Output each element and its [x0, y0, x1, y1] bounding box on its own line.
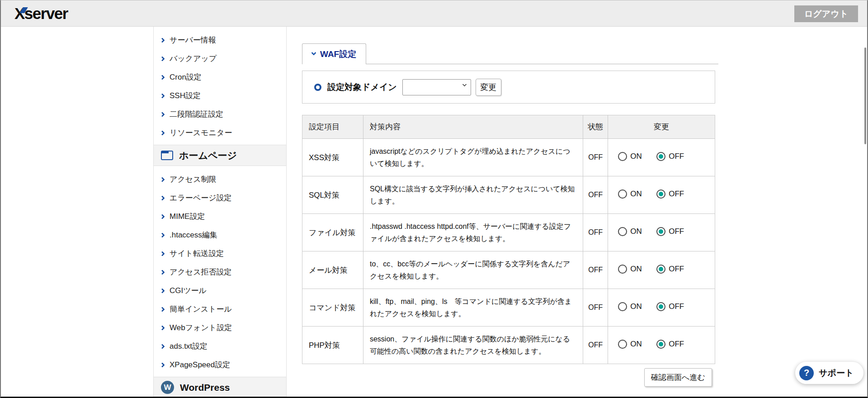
setting-name: SQL対策: [302, 176, 363, 214]
sidebar-server-menu: サーバー情報 バックアップ Cron設定 SSH設定 二段階認証設定 リソースモ…: [154, 27, 286, 145]
sidebar-item-backup[interactable]: バックアップ: [154, 49, 286, 68]
chevron-right-icon: [160, 214, 165, 219]
domain-selector-label: 設定対象ドメイン: [327, 81, 397, 93]
radio-label: OFF: [669, 340, 684, 349]
browser-window-icon: [161, 151, 173, 160]
logout-button[interactable]: ログアウト: [794, 5, 858, 22]
waf-off-radio[interactable]: OFF: [656, 190, 684, 199]
proceed-confirm-button[interactable]: 確認画面へ進む: [644, 368, 712, 387]
sidebar-item-mime[interactable]: MIME設定: [154, 207, 286, 226]
waf-off-radio[interactable]: OFF: [656, 302, 684, 311]
sidebar: サーバー情報 バックアップ Cron設定 SSH設定 二段階認証設定 リソースモ…: [153, 27, 287, 397]
sidebar-item-access-deny[interactable]: アクセス拒否設定: [154, 263, 286, 281]
tab-waf-settings[interactable]: WAF設定: [302, 43, 366, 64]
waf-on-radio[interactable]: ON: [618, 152, 642, 161]
sidebar-item-label: 簡単インストール: [170, 304, 232, 314]
setting-description: kill、ftp、mail、ping、ls 等コマンドに関連する文字列が含まれた…: [363, 289, 583, 327]
sidebar-item-label: エラーページ設定: [170, 193, 232, 203]
radio-label: ON: [630, 340, 642, 349]
chevron-right-icon: [160, 93, 165, 98]
setting-description: javascriptなどのスクリプトタグが埋め込まれたアクセスについて検知します…: [363, 139, 583, 176]
wordpress-icon: W: [161, 381, 174, 394]
change-domain-button[interactable]: 変更: [476, 79, 501, 96]
sidebar-item-cron[interactable]: Cron設定: [154, 68, 286, 86]
col-header-description: 対策内容: [363, 115, 583, 139]
radio-selected-icon: [656, 190, 665, 199]
section-title: ホームページ: [179, 149, 237, 162]
waf-on-radio[interactable]: ON: [618, 265, 642, 274]
waf-off-radio[interactable]: OFF: [656, 340, 684, 349]
radio-unselected-icon: [618, 227, 627, 236]
radio-label: OFF: [669, 152, 684, 161]
support-button[interactable]: ? サポート: [795, 362, 863, 384]
waf-settings-table: 設定項目 対策内容 状態 変更 XSS対策 javascriptなどのスクリプト…: [302, 115, 715, 364]
waf-off-radio[interactable]: OFF: [656, 227, 684, 236]
sidebar-item-label: Webフォント設定: [170, 322, 232, 333]
sidebar-item-ads-txt[interactable]: ads.txt設定: [154, 337, 286, 355]
sidebar-item-label: サーバー情報: [170, 35, 216, 45]
sidebar-item-access-limit[interactable]: アクセス制限: [154, 170, 286, 189]
tab-label: WAF設定: [320, 48, 356, 60]
sidebar-item-label: 二段階認証設定: [170, 109, 223, 119]
waf-off-radio[interactable]: OFF: [656, 265, 684, 274]
waf-on-radio[interactable]: ON: [618, 227, 642, 236]
waf-off-radio[interactable]: OFF: [656, 152, 684, 161]
chevron-right-icon: [160, 130, 165, 135]
table-row-command: コマンド対策 kill、ftp、mail、ping、ls 等コマンドに関連する文…: [302, 289, 715, 327]
sidebar-section-homepage[interactable]: ホームページ: [154, 145, 286, 166]
radio-selected-icon: [656, 302, 665, 311]
chevron-right-icon: [160, 232, 165, 237]
table-row-mail: メール対策 to、cc、bcc等のメールヘッダーに関係する文字列を含んだアクセス…: [302, 251, 715, 289]
radio-selected-icon: [656, 265, 665, 274]
setting-description: SQL構文に該当する文字列が挿入されたアクセスについて検知します。: [363, 176, 583, 214]
ring-icon: [314, 84, 321, 91]
setting-description: to、cc、bcc等のメールヘッダーに関係する文字列を含んだアクセスを検知します…: [363, 251, 583, 289]
status-value: OFF: [583, 176, 608, 214]
waf-on-radio[interactable]: ON: [618, 302, 642, 311]
change-cell: ON OFF: [608, 289, 715, 327]
radio-unselected-icon: [618, 152, 627, 161]
sidebar-item-htaccess[interactable]: .htaccess編集: [154, 226, 286, 244]
sidebar-item-label: アクセス制限: [170, 174, 217, 185]
sidebar-item-two-factor[interactable]: 二段階認証設定: [154, 105, 286, 123]
status-value: OFF: [583, 139, 608, 176]
col-header-setting-item: 設定項目: [302, 115, 363, 139]
setting-name: XSS対策: [302, 139, 363, 176]
radio-unselected-icon: [618, 302, 627, 311]
domain-select-wrap: [402, 79, 471, 95]
xserver-logo[interactable]: Xserver: [14, 5, 68, 23]
status-value: OFF: [583, 214, 608, 251]
sidebar-item-cgi-tools[interactable]: CGIツール: [154, 281, 286, 300]
scrollbar-thumb[interactable]: [864, 47, 866, 144]
sidebar-item-web-font[interactable]: Webフォント設定: [154, 318, 286, 337]
sidebar-item-ssh[interactable]: SSH設定: [154, 86, 286, 105]
sidebar-section-wordpress[interactable]: W WordPress: [154, 377, 286, 397]
sidebar-item-resource-monitor[interactable]: リソースモニター: [154, 123, 286, 142]
col-header-status: 状態: [583, 115, 608, 139]
sidebar-item-easy-install[interactable]: 簡単インストール: [154, 300, 286, 318]
sidebar-item-error-page[interactable]: エラーページ設定: [154, 189, 286, 207]
change-cell: ON OFF: [608, 176, 715, 214]
domain-select[interactable]: [402, 79, 471, 95]
radio-label: ON: [630, 190, 642, 199]
setting-name: メール対策: [302, 251, 363, 289]
radio-selected-icon: [656, 152, 665, 161]
sidebar-item-server-info[interactable]: サーバー情報: [154, 31, 286, 49]
change-cell: ON OFF: [608, 251, 715, 289]
change-cell: ON OFF: [608, 139, 715, 176]
table-row-php: PHP対策 session、ファイル操作に関連する関数のほか脆弱性元になる可能性…: [302, 327, 715, 364]
radio-selected-icon: [656, 340, 665, 349]
radio-label: OFF: [669, 265, 684, 274]
waf-on-radio[interactable]: ON: [618, 190, 642, 199]
waf-on-radio[interactable]: ON: [618, 340, 642, 349]
domain-selector-box: 設定対象ドメイン 変更: [302, 71, 715, 104]
sidebar-item-site-transfer[interactable]: サイト転送設定: [154, 244, 286, 263]
topbar: Xserver ログアウト: [1, 0, 867, 27]
radio-label: ON: [630, 265, 642, 274]
sidebar-homepage-menu: アクセス制限 エラーページ設定 MIME設定 .htaccess編集 サイト転送…: [154, 166, 286, 377]
setting-description: session、ファイル操作に関連する関数のほか脆弱性元になる可能性の高い関数の…: [363, 327, 583, 364]
chevron-right-icon: [160, 195, 165, 200]
radio-label: OFF: [669, 227, 684, 236]
support-label: サポート: [819, 367, 854, 379]
sidebar-item-xpagespeed[interactable]: XPageSpeed設定: [154, 355, 286, 374]
